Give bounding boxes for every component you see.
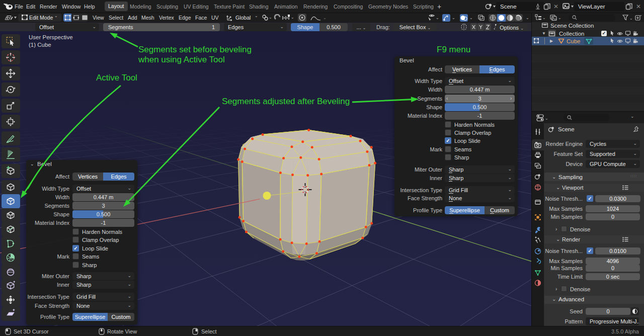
svg-text:⌄: ⌄	[526, 16, 529, 20]
svg-text:⌄: ⌄	[545, 116, 548, 121]
svg-text:⌄: ⌄	[269, 15, 272, 20]
svg-text:⌄: ⌄	[452, 16, 455, 20]
svg-text:⌄: ⌄	[436, 16, 439, 20]
svg-text:⌄: ⌄	[323, 16, 327, 20]
svg-text:⌄: ⌄	[542, 16, 546, 20]
svg-text:⌄: ⌄	[469, 16, 473, 20]
svg-text:⌄: ⌄	[291, 15, 294, 20]
svg-text:⌄: ⌄	[629, 16, 633, 21]
svg-text:⌄: ⌄	[558, 16, 561, 20]
